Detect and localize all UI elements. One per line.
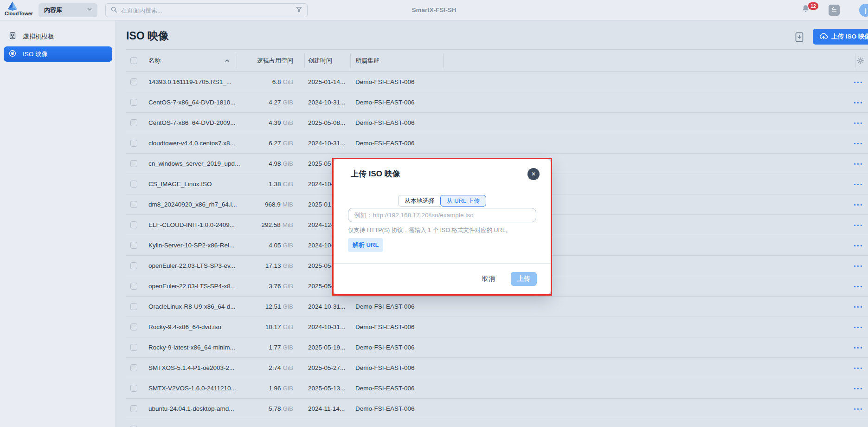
column-header-cluster[interactable]: 所属集群 xyxy=(355,50,379,71)
iso-created: 2024-11-14... xyxy=(308,399,345,419)
row-actions-button[interactable]: ••• xyxy=(854,194,863,214)
table-row[interactable]: SMTXOS-5.1.4-P1-oe2003-2... 2.74GiB 2025… xyxy=(126,358,868,378)
column-header-created[interactable]: 创建时间 xyxy=(308,50,332,71)
row-actions-button[interactable]: ••• xyxy=(854,317,863,337)
row-actions-button[interactable]: ••• xyxy=(854,358,863,378)
iso-created: 2024-10-31... xyxy=(308,92,345,112)
table-row[interactable]: ubuntu-24.04.1-desktop-amd... 5.78GiB 20… xyxy=(126,399,868,419)
sidebar-item-iso-images[interactable]: ISO 映像 xyxy=(4,46,112,62)
iso-name: openEuler-22.03-LTS-SP3-ev... xyxy=(148,256,241,276)
vm-template-icon xyxy=(8,32,17,41)
modal-close-button[interactable]: ✕ xyxy=(527,168,540,180)
row-checkbox[interactable] xyxy=(130,385,137,392)
chevron-down-icon xyxy=(86,6,93,14)
library-dropdown[interactable]: 内容库 xyxy=(39,3,97,17)
upload-submit-button[interactable]: 上传 xyxy=(511,272,537,286)
table-row[interactable]: OracleLinux-R8-U9-x86_64-d... 12.51GiB 2… xyxy=(126,297,868,317)
row-checkbox[interactable] xyxy=(130,119,137,126)
column-header-size[interactable]: 逻辑占用空间 xyxy=(238,50,293,71)
row-actions-button[interactable]: ••• xyxy=(854,174,863,194)
row-actions-button[interactable]: ••• xyxy=(854,297,863,317)
table-header: 名称 逻辑占用空间 创建时间 所属集群 xyxy=(126,49,868,72)
iso-cluster: Demo-FSI-EAST-006 xyxy=(355,92,415,112)
sidebar-item-vm-templates[interactable]: 虚拟机模板 xyxy=(4,29,112,44)
row-checkbox[interactable] xyxy=(130,405,137,412)
row-actions-button[interactable]: ••• xyxy=(854,133,863,153)
iso-name: CentOS-7-x86_64-DVD-1810... xyxy=(148,92,241,112)
table-row[interactable]: ubuntu-24.04.1-liv... 2.58GiB 2024-11-14… xyxy=(126,419,868,427)
row-actions-button[interactable]: ••• xyxy=(854,113,863,133)
table-row[interactable]: CentOS-7-x86_64-DVD-2009... 4.39GiB 2025… xyxy=(126,113,868,133)
tab-local-file[interactable]: 从本地选择 xyxy=(398,195,441,207)
row-checkbox[interactable] xyxy=(130,364,137,371)
iso-cluster: Demo-FSI-EAST-006 xyxy=(355,358,415,378)
iso-name: ubuntu-24.04.1-liv... xyxy=(148,419,241,427)
iso-size: 12.51GiB xyxy=(238,297,293,317)
notifications-button[interactable]: 12 xyxy=(801,4,817,18)
row-checkbox[interactable] xyxy=(130,201,137,208)
iso-created: 2025-05-08... xyxy=(308,113,345,133)
iso-name: Kylin-Server-10-SP2-x86-Rel... xyxy=(148,235,241,255)
iso-size: 6.27GiB xyxy=(238,133,293,153)
table-row[interactable]: CentOS-7-x86_64-DVD-1810... 4.27GiB 2024… xyxy=(126,92,868,113)
sidebar-item-label: ISO 映像 xyxy=(23,50,48,58)
row-checkbox[interactable] xyxy=(130,221,137,228)
iso-size: 5.78GiB xyxy=(238,399,293,419)
sidebar-item-label: 虚拟机模板 xyxy=(23,32,54,41)
row-checkbox[interactable] xyxy=(130,344,137,351)
iso-size: 4.05GiB xyxy=(238,235,293,255)
row-actions-button[interactable]: ••• xyxy=(854,399,863,419)
row-checkbox[interactable] xyxy=(130,323,137,330)
table-row[interactable]: Rocky-9.4-x86_64-dvd.iso 10.17GiB 2024-1… xyxy=(126,317,868,337)
row-actions-button[interactable]: ••• xyxy=(854,92,863,112)
upload-iso-button[interactable]: 上传 ISO 映像 xyxy=(813,29,868,45)
tasks-button[interactable] xyxy=(829,5,840,16)
iso-name: SMTX-V2VOS-1.6.0-2411210... xyxy=(148,378,241,398)
upload-iso-modal: 上传 ISO 映像 ✕ 从本地选择 从 URL 上传 仅支持 HTTP(S) 协… xyxy=(334,159,551,294)
cloudtower-logo[interactable]: CloudTower xyxy=(5,1,37,16)
select-all-checkbox[interactable] xyxy=(130,57,137,64)
table-row[interactable]: SMTX-V2VOS-1.6.0-2411210... 1.96GiB 2025… xyxy=(126,378,868,399)
row-checkbox[interactable] xyxy=(130,181,137,188)
row-actions-button[interactable]: ••• xyxy=(854,337,863,357)
iso-created: 2024-10-31... xyxy=(308,133,345,153)
user-avatar[interactable]: j xyxy=(859,4,868,17)
iso-size: 2.58GiB xyxy=(238,419,293,427)
row-checkbox[interactable] xyxy=(130,99,137,106)
row-checkbox[interactable] xyxy=(130,262,137,269)
row-actions-button[interactable]: ••• xyxy=(854,419,863,427)
table-row[interactable]: 14393.0.161119-1705.RS1_... 6.8GiB 2025-… xyxy=(126,72,868,92)
row-checkbox[interactable] xyxy=(130,140,137,147)
table-row[interactable]: Rocky-9-latest-x86_64-minim... 1.77GiB 2… xyxy=(126,337,868,358)
row-actions-button[interactable]: ••• xyxy=(854,235,863,255)
tab-from-url[interactable]: 从 URL 上传 xyxy=(440,195,487,207)
row-checkbox[interactable] xyxy=(130,78,137,85)
sort-asc-icon[interactable] xyxy=(225,50,230,71)
row-checkbox[interactable] xyxy=(130,160,137,167)
cloudtower-logo-icon xyxy=(5,1,37,11)
table-row[interactable]: cloudtower-v4.4.0.centos7.x8... 6.27GiB … xyxy=(126,133,868,154)
search-input[interactable] xyxy=(121,7,296,14)
iso-name: CS_IMAGE_Linux.ISO xyxy=(148,174,241,194)
row-actions-button[interactable]: ••• xyxy=(854,72,863,92)
filter-funnel-icon[interactable] xyxy=(296,6,302,15)
row-checkbox[interactable] xyxy=(130,303,137,310)
cancel-button[interactable]: 取消 xyxy=(482,275,495,283)
row-checkbox[interactable] xyxy=(130,242,137,249)
row-actions-button[interactable]: ••• xyxy=(854,154,863,174)
avatar-initial: j xyxy=(865,7,867,14)
iso-created: 2025-05-19... xyxy=(308,337,345,357)
row-actions-button[interactable]: ••• xyxy=(854,215,863,235)
page-search[interactable] xyxy=(105,3,308,17)
row-checkbox[interactable] xyxy=(130,283,137,290)
row-actions-button[interactable]: ••• xyxy=(854,378,863,398)
iso-size: 1.96GiB xyxy=(238,378,293,398)
row-actions-button[interactable]: ••• xyxy=(854,256,863,276)
environment-title: SmartX-FSI-SH xyxy=(411,0,456,20)
iso-url-input[interactable] xyxy=(348,208,536,222)
parse-url-button[interactable]: 解析 URL xyxy=(348,238,383,252)
library-dropdown-value: 内容库 xyxy=(44,6,86,14)
export-button[interactable] xyxy=(792,32,806,45)
column-settings-gear-icon[interactable] xyxy=(856,50,864,71)
row-actions-button[interactable]: ••• xyxy=(854,276,863,296)
